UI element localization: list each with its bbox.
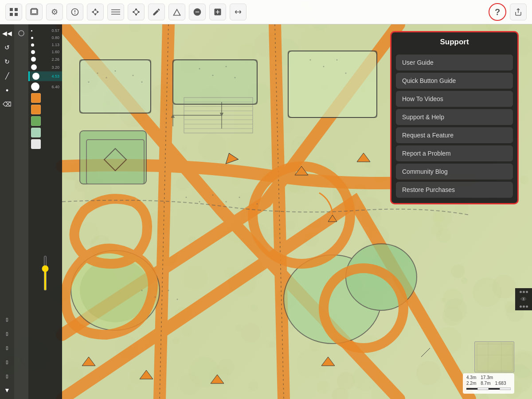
- collapse-left-button[interactable]: ◀◀: [1, 27, 13, 39]
- mini-dots-top: [520, 291, 528, 293]
- support-panel-title: Support: [396, 38, 513, 50]
- brush-size-113[interactable]: 1.13: [28, 41, 62, 48]
- support-item-support-help[interactable]: Support & Help: [396, 109, 513, 125]
- tool3-button[interactable]: ▯: [1, 341, 13, 354]
- opacity-slider[interactable]: [44, 255, 47, 291]
- brush-size-160[interactable]: 1.60: [28, 48, 62, 55]
- diagonal-button[interactable]: ╱: [1, 70, 13, 82]
- color-white[interactable]: [31, 139, 41, 149]
- svg-rect-18: [475, 342, 514, 372]
- expand-down-button[interactable]: ▼: [1, 384, 13, 396]
- brush-size-453[interactable]: 4.53: [28, 71, 62, 81]
- redo-button[interactable]: ↻: [1, 55, 13, 68]
- color-orange-2[interactable]: [31, 105, 41, 114]
- svg-rect-0: [10, 8, 13, 11]
- scale-line-graphic: [466, 387, 511, 391]
- circle-tool[interactable]: [15, 27, 27, 39]
- opacity-slider-container: [28, 150, 62, 396]
- pen-button[interactable]: [148, 4, 165, 20]
- mini-dots-bottom: [520, 305, 528, 308]
- grid-button[interactable]: [5, 4, 22, 20]
- tool2-button[interactable]: ▯: [1, 327, 13, 340]
- tool4-button[interactable]: ▯: [1, 356, 13, 368]
- svg-rect-25: [489, 388, 500, 390]
- transform-button[interactable]: [87, 4, 104, 20]
- help-button[interactable]: ?: [489, 3, 506, 21]
- tools-column: [14, 24, 28, 399]
- angle-button[interactable]: [168, 4, 185, 20]
- svg-rect-1: [15, 8, 18, 11]
- svg-line-13: [133, 9, 136, 12]
- share-button[interactable]: [510, 4, 527, 20]
- scale-bar: 4.3m 17.3m 2.2m 8.7m 1:683: [463, 373, 514, 394]
- scale-row-1: 4.3m 17.3m: [466, 375, 511, 380]
- settings-button[interactable]: ⚙: [46, 4, 63, 20]
- scale-value-1: 4.3m: [466, 375, 476, 380]
- svg-line-16: [133, 12, 136, 15]
- brush-size-640[interactable]: 6.40: [28, 81, 62, 92]
- brush-size-080[interactable]: 0.80: [28, 34, 62, 41]
- visibility-icon[interactable]: 👁: [520, 296, 527, 303]
- support-panel: Support User Guide Quick Button Guide Ho…: [390, 31, 519, 204]
- arrows-button[interactable]: [230, 4, 246, 20]
- svg-rect-24: [477, 388, 489, 390]
- svg-rect-2: [10, 13, 13, 16]
- svg-rect-26: [500, 388, 511, 390]
- right-mini-panel: 👁: [515, 288, 532, 310]
- pattern-button[interactable]: [107, 4, 124, 20]
- arrow-column: ◀◀ ↺ ↻ ╱ ● ⌫ ▯ ▯ ▯ ▯ ▯ ▼: [0, 24, 14, 399]
- tool5-button[interactable]: ▯: [1, 370, 13, 382]
- left-sidebar: ◀◀ ↺ ↻ ╱ ● ⌫ ▯ ▯ ▯ ▯ ▯ ▼ 0.57 0.80 1.13: [0, 24, 62, 399]
- pointer-button[interactable]: [66, 4, 83, 20]
- support-item-request-feature[interactable]: Request a Feature: [396, 127, 513, 143]
- scale-value-2: 17.3m: [481, 375, 493, 380]
- layers-button[interactable]: [26, 4, 43, 20]
- svg-line-15: [136, 12, 139, 15]
- node-button[interactable]: [128, 4, 145, 20]
- brush-size-226[interactable]: 2.26: [28, 55, 62, 63]
- svg-line-14: [136, 9, 139, 12]
- scale-value-4: 8.7m: [481, 381, 490, 386]
- brush-size-057[interactable]: 0.57: [28, 27, 62, 34]
- erase-button[interactable]: ⌫: [1, 98, 13, 110]
- color-mint[interactable]: [31, 128, 41, 137]
- support-item-community-blog[interactable]: Community Blog: [396, 164, 513, 180]
- scale-row-2: 2.2m 8.7m 1:683: [466, 381, 511, 386]
- minus-button[interactable]: [189, 4, 206, 20]
- top-toolbar: ⚙: [0, 0, 532, 24]
- mini-map-inner: [475, 342, 514, 372]
- plus-box-button[interactable]: [209, 4, 226, 20]
- brush-column: 0.57 0.80 1.13 1.60 2.26 3.20 4.53: [28, 24, 62, 399]
- toolbar-right: ?: [489, 3, 527, 21]
- support-item-restore-purchases[interactable]: Restore Purchases: [396, 182, 513, 198]
- scale-ratio: 1:683: [495, 381, 506, 386]
- support-item-quick-button-guide[interactable]: Quick Button Guide: [396, 73, 513, 89]
- support-item-user-guide[interactable]: User Guide: [396, 55, 513, 70]
- mini-map[interactable]: [474, 341, 514, 372]
- brush-size-320[interactable]: 3.20: [28, 63, 62, 71]
- svg-rect-23: [466, 388, 477, 390]
- color-green[interactable]: [31, 116, 41, 126]
- scale-value-3: 2.2m: [466, 381, 476, 386]
- support-item-report-problem[interactable]: Report a Problem: [396, 145, 513, 161]
- color-orange-1[interactable]: [31, 93, 41, 103]
- fill-button[interactable]: ●: [1, 84, 13, 96]
- support-item-how-to-videos[interactable]: How To Videos: [396, 91, 513, 107]
- svg-point-17: [19, 31, 24, 36]
- svg-rect-3: [15, 13, 18, 16]
- tool1-button[interactable]: ▯: [1, 313, 13, 325]
- undo-button[interactable]: ↺: [1, 41, 13, 54]
